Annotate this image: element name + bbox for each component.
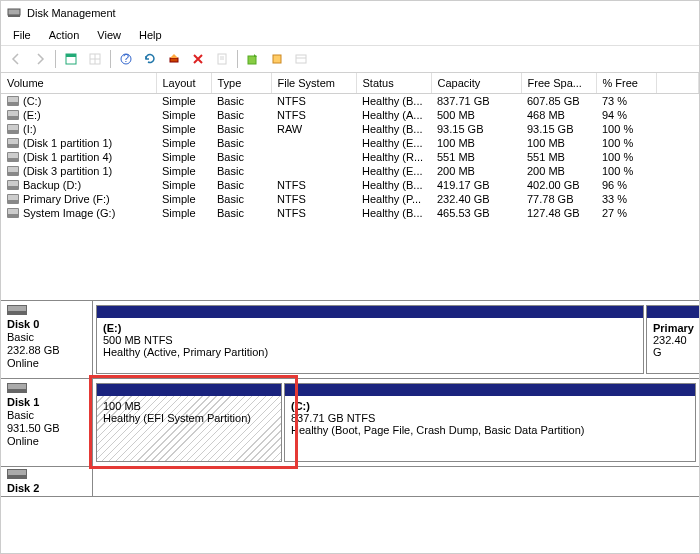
table-row[interactable]: (I:)SimpleBasicRAWHealthy (B...93.15 GB9… [1,122,699,136]
disk-row: Disk 2 [1,467,699,497]
volume-list[interactable]: VolumeLayoutTypeFile SystemStatusCapacit… [1,73,699,300]
svg-rect-13 [248,56,256,64]
svg-rect-14 [273,55,281,63]
column-header[interactable]: % Free [596,73,656,94]
disk-name: Disk 1 [7,396,86,408]
disk-size: 931.50 GB [7,422,86,434]
column-header-row[interactable]: VolumeLayoutTypeFile SystemStatusCapacit… [1,73,699,94]
svg-rect-9 [170,58,178,62]
app-icon [7,6,21,20]
volume-icon [7,208,19,218]
partition-label: (E:) [103,322,121,334]
delete-button[interactable] [187,48,209,70]
column-header[interactable]: Layout [156,73,211,94]
partition-stripe [97,384,281,396]
volume-icon [7,194,19,204]
toolbar-separator [55,50,56,68]
partition[interactable]: (E:) 500 MB NTFS Healthy (Active, Primar… [96,305,644,374]
column-header[interactable]: File System [271,73,356,94]
action1-button[interactable] [242,48,264,70]
partition-status: Healthy (Boot, Page File, Crash Dump, Ba… [291,424,584,436]
partition-status: Healthy (Active, Primary Partition) [103,346,268,358]
disk-state: Online [7,435,86,447]
volume-icon [7,166,19,176]
disk-icon [7,305,27,315]
partition-size: 837.71 GB NTFS [291,412,375,424]
partition[interactable]: Primary 232.40 G [646,305,700,374]
menu-help[interactable]: Help [131,27,170,43]
partition-size: 232.40 G [653,334,687,358]
table-row[interactable]: Backup (D:)SimpleBasicNTFSHealthy (B...4… [1,178,699,192]
column-header[interactable]: Free Spa... [521,73,596,94]
disk-type: Basic [7,409,86,421]
disk-icon [7,383,27,393]
table-row[interactable]: (Disk 3 partition 1)SimpleBasicHealthy (… [1,164,699,178]
grid-button[interactable] [84,48,106,70]
action2-button[interactable] [266,48,288,70]
view-button[interactable] [60,48,82,70]
disk-row: Disk 1 Basic 931.50 GB Online 100 MB Hea… [1,379,699,467]
partition-stripe [647,306,700,318]
disk-row: Disk 0 Basic 232.88 GB Online (E:) 500 M… [1,301,699,379]
help-button[interactable]: ? [115,48,137,70]
disk-type: Basic [7,331,86,343]
table-row[interactable]: (Disk 1 partition 1)SimpleBasicHealthy (… [1,136,699,150]
partition-stripe [285,384,695,396]
partition-efi[interactable]: 100 MB Healthy (EFI System Partition) [96,383,282,462]
volume-icon [7,152,19,162]
disk-name: Disk 0 [7,318,86,330]
column-header[interactable]: Volume [1,73,156,94]
volume-icon [7,96,19,106]
svg-rect-3 [66,54,76,57]
partition-stripe [97,306,643,318]
partition-label: Primary [653,322,694,334]
disk-state: Online [7,357,86,369]
menu-view[interactable]: View [89,27,129,43]
window-title: Disk Management [27,7,116,19]
partition-size: 500 MB NTFS [103,334,173,346]
table-row[interactable]: System Image (G:)SimpleBasicNTFSHealthy … [1,206,699,220]
table-row[interactable]: (C:)SimpleBasicNTFSHealthy (B...837.71 G… [1,94,699,109]
table-row[interactable]: (E:)SimpleBasicNTFSHealthy (A...500 MB46… [1,108,699,122]
column-header[interactable]: Status [356,73,431,94]
table-row[interactable]: (Disk 1 partition 4)SimpleBasicHealthy (… [1,150,699,164]
back-button[interactable] [5,48,27,70]
column-header[interactable]: Capacity [431,73,521,94]
disk-name: Disk 2 [7,482,86,494]
table-row[interactable]: Primary Drive (F:)SimpleBasicNTFSHealthy… [1,192,699,206]
refresh-button[interactable] [139,48,161,70]
title-bar: Disk Management [1,1,699,25]
graphical-view: Disk 0 Basic 232.88 GB Online (E:) 500 M… [1,300,699,497]
volume-icon [7,180,19,190]
svg-rect-0 [8,9,20,15]
toolbar-separator [237,50,238,68]
forward-button[interactable] [29,48,51,70]
partition-status: Healthy (EFI System Partition) [103,412,251,424]
menu-bar: File Action View Help [1,25,699,45]
disk-header[interactable]: Disk 1 Basic 931.50 GB Online [1,379,93,466]
action3-button[interactable] [290,48,312,70]
svg-rect-15 [296,55,306,63]
volume-icon [7,138,19,148]
column-header[interactable]: Type [211,73,271,94]
menu-action[interactable]: Action [41,27,88,43]
svg-text:?: ? [123,52,129,64]
svg-rect-1 [8,15,20,17]
column-header [656,73,699,94]
toolbar-separator [110,50,111,68]
disk-icon [7,469,27,479]
partition[interactable]: (C:) 837.71 GB NTFS Healthy (Boot, Page … [284,383,696,462]
properties-button[interactable] [211,48,233,70]
menu-file[interactable]: File [5,27,39,43]
partition-size: 100 MB [103,400,141,412]
disk-header[interactable]: Disk 0 Basic 232.88 GB Online [1,301,93,378]
partition-label: (C:) [291,400,310,412]
disk-header[interactable]: Disk 2 [1,467,93,496]
disk-size: 232.88 GB [7,344,86,356]
toolbar: ? [1,45,699,73]
eject-button[interactable] [163,48,185,70]
volume-icon [7,124,19,134]
volume-icon [7,110,19,120]
